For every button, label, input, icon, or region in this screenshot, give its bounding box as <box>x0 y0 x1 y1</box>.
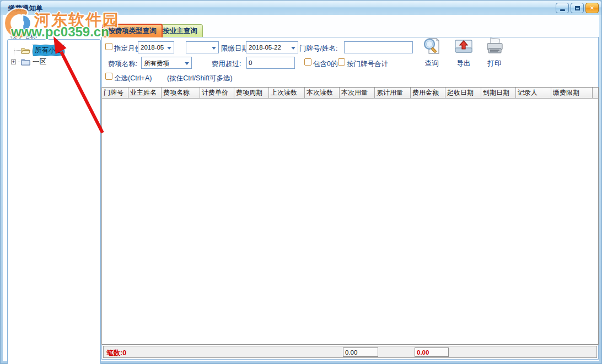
column-header[interactable]: 到期日期 <box>481 88 516 99</box>
tab-label: 按费项类型查询 <box>108 27 157 35</box>
minimize-icon <box>560 9 565 11</box>
fee-name-label: 费项名称: <box>108 59 137 69</box>
search-button[interactable]: 查询 <box>420 37 444 67</box>
expand-plus-icon[interactable]: + <box>11 59 16 64</box>
column-header[interactable]: 记录人 <box>516 88 551 99</box>
column-header[interactable]: 累计用量 <box>375 88 411 99</box>
amount-total-box: 0.00 <box>415 347 449 357</box>
specify-month-checkbox[interactable] <box>105 43 112 50</box>
column-header[interactable]: 本次读数 <box>305 88 340 99</box>
tree-item-label: 一区 <box>33 57 46 67</box>
month-extra-select[interactable] <box>186 41 219 53</box>
fees-table-header: 门牌号 业主姓名 费项名称 计费单价 费项周期 上次读数 本次读数 本次用量 累… <box>102 88 598 99</box>
fees-table: 门牌号 业主姓名 费项名称 计费单价 费项周期 上次读数 本次读数 本次用量 累… <box>101 87 599 345</box>
tree-connector <box>14 50 21 51</box>
export-button-label: 导出 <box>457 59 471 68</box>
window-controls: ✕ <box>556 3 599 13</box>
title-bar[interactable]: 缴费通知单 ✕ <box>1 1 601 15</box>
column-header[interactable]: 业主姓名 <box>128 88 162 99</box>
fee-over-input[interactable] <box>246 57 295 69</box>
window-title: 缴费通知单 <box>8 4 43 13</box>
column-header[interactable]: 起收日期 <box>445 88 481 99</box>
due-date-select[interactable]: 2018-05-22 <box>246 41 298 53</box>
group-by-house-label: 按门牌号合计 <box>347 59 388 69</box>
fee-over-label: 费用超过: <box>212 59 241 69</box>
app-window: 缴费通知单 ✕ 楼宇名称 <box>0 0 602 364</box>
group-by-house-checkbox[interactable] <box>338 58 345 66</box>
month-select[interactable]: 2018-05 <box>138 41 174 53</box>
closed-folder-icon <box>21 58 30 66</box>
column-header[interactable]: 计费单价 <box>200 88 234 99</box>
column-header-filler <box>593 88 598 99</box>
close-icon: ✕ <box>590 5 594 11</box>
export-icon <box>454 37 473 58</box>
month-value: 2018-05 <box>141 44 164 51</box>
tab-query-by-fee-type[interactable]: 按费项类型查询 <box>102 24 163 37</box>
search-icon <box>422 37 441 58</box>
chevron-down-icon <box>185 62 189 65</box>
maximize-icon <box>575 6 580 10</box>
fee-name-select[interactable]: 所有费项 <box>141 57 192 69</box>
column-header[interactable]: 费项名称 <box>162 88 200 99</box>
tab-label: 按业主查询 <box>163 27 197 35</box>
tab-query-by-owner[interactable]: 按业主查询 <box>157 24 203 37</box>
minimize-button[interactable] <box>556 3 569 13</box>
maximize-button[interactable] <box>571 3 584 13</box>
column-header[interactable]: 上次读数 <box>269 88 305 99</box>
column-header[interactable]: 费用金额 <box>411 88 445 99</box>
due-date-value: 2018-05-22 <box>249 44 281 51</box>
chevron-down-icon <box>291 47 295 50</box>
tree-item-district-one[interactable]: + 一区 <box>11 57 46 67</box>
open-folder-icon <box>21 47 31 55</box>
export-button[interactable]: 导出 <box>452 37 476 67</box>
tree-item-label: 所有小区 <box>33 45 64 56</box>
chevron-down-icon <box>167 47 171 50</box>
house-name-input[interactable] <box>344 41 413 53</box>
include-zero-checkbox[interactable] <box>304 58 311 66</box>
column-header[interactable]: 门牌号 <box>102 88 128 99</box>
multi-select-hint: (按住Ctrl/Shift可多选) <box>167 74 233 83</box>
tree-item-all-communities[interactable]: 所有小区 <box>14 45 64 56</box>
fee-name-value: 所有费项 <box>144 60 169 67</box>
building-tree-panel: 所有小区 + 一区 <box>7 39 101 364</box>
tree-group-label: 楼宇名称 <box>10 31 37 41</box>
chevron-down-icon <box>212 47 216 50</box>
include-zero-label: 包含0的 <box>313 59 337 69</box>
search-button-label: 查询 <box>425 59 439 68</box>
close-button[interactable]: ✕ <box>585 3 599 13</box>
column-header[interactable]: 费项周期 <box>234 88 269 99</box>
record-count: 笔数:0 <box>106 349 126 358</box>
select-all-checkbox[interactable] <box>105 73 112 80</box>
column-header[interactable]: 本次用量 <box>340 88 375 99</box>
select-all-label: 全选(Ctrl+A) <box>114 74 152 83</box>
print-icon <box>485 37 504 58</box>
status-bar: 笔数:0 0.00 0.00 <box>103 346 597 358</box>
print-button-label: 打印 <box>488 59 502 68</box>
print-button[interactable]: 打印 <box>482 37 507 67</box>
usage-total-box: 0.00 <box>343 347 378 357</box>
house-name-label: 门牌号/姓名: <box>299 44 337 53</box>
column-header[interactable]: 缴费限期 <box>551 88 593 99</box>
